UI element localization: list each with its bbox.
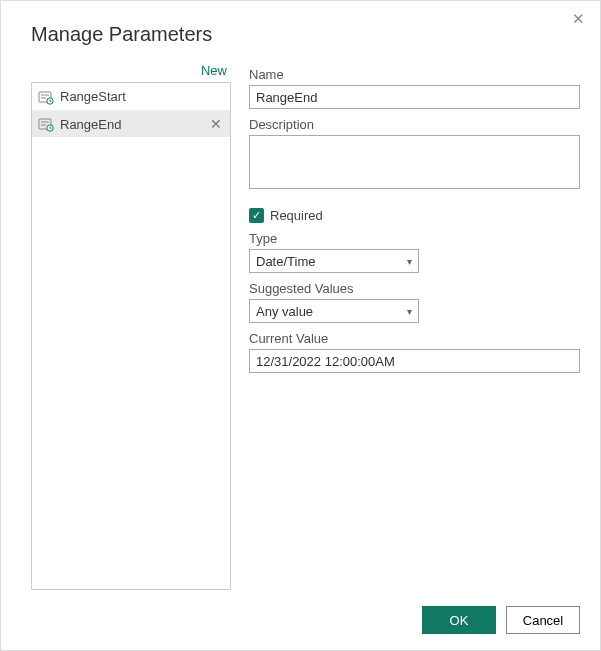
suggested-values-value: Any value	[256, 304, 313, 319]
parameters-list: RangeStart RangeEnd ✕	[31, 82, 231, 590]
parameters-panel: New RangeStart	[31, 63, 231, 590]
description-label: Description	[249, 117, 580, 132]
required-checkbox[interactable]: ✓	[249, 208, 264, 223]
suggested-values-label: Suggested Values	[249, 281, 580, 296]
current-value-input[interactable]	[249, 349, 580, 373]
required-label: Required	[270, 208, 323, 223]
type-value: Date/Time	[256, 254, 315, 269]
ok-button[interactable]: OK	[422, 606, 496, 634]
type-dropdown[interactable]: Date/Time ▾	[249, 249, 419, 273]
delete-icon[interactable]: ✕	[208, 116, 224, 132]
dialog-footer: OK Cancel	[422, 606, 580, 634]
chevron-down-icon: ▾	[407, 306, 412, 317]
close-icon[interactable]: ✕	[568, 9, 588, 29]
list-item[interactable]: RangeStart	[32, 83, 230, 110]
list-item[interactable]: RangeEnd ✕	[32, 110, 230, 137]
suggested-values-dropdown[interactable]: Any value ▾	[249, 299, 419, 323]
name-input[interactable]	[249, 85, 580, 109]
type-label: Type	[249, 231, 580, 246]
description-input[interactable]	[249, 135, 580, 189]
parameter-icon	[38, 89, 54, 105]
list-item-label: RangeStart	[60, 89, 224, 104]
dialog-body: New RangeStart	[31, 63, 580, 590]
parameter-icon	[38, 116, 54, 132]
parameter-form: Name Description ✓ Required Type Date/Ti…	[249, 63, 580, 590]
current-value-label: Current Value	[249, 331, 580, 346]
name-label: Name	[249, 67, 580, 82]
list-item-label: RangeEnd	[60, 117, 202, 132]
cancel-button[interactable]: Cancel	[506, 606, 580, 634]
chevron-down-icon: ▾	[407, 256, 412, 267]
dialog-title: Manage Parameters	[1, 1, 600, 46]
new-parameter-link[interactable]: New	[201, 63, 231, 82]
manage-parameters-dialog: ✕ Manage Parameters New	[0, 0, 601, 651]
